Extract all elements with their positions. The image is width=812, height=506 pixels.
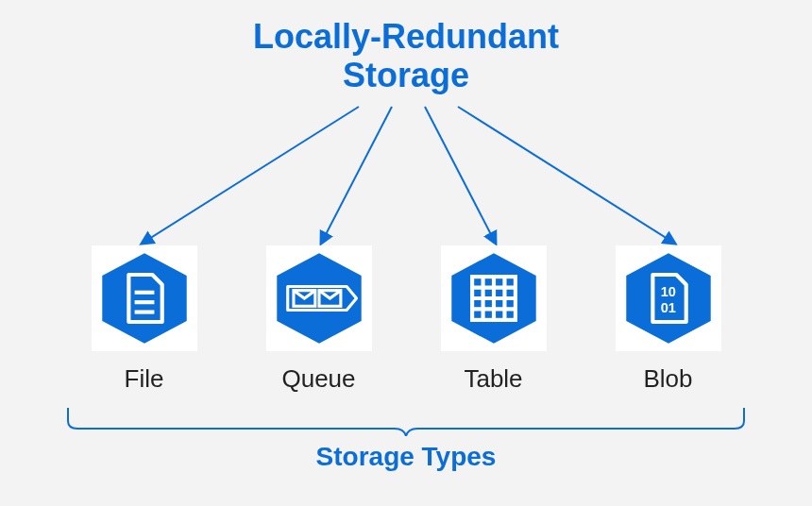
item-queue: Queue [266, 245, 372, 394]
svg-marker-0 [102, 253, 186, 344]
storage-types-row: File Queue [0, 245, 812, 394]
item-blob: 10 01 Blob [616, 245, 721, 394]
table-tile [441, 245, 547, 351]
file-label: File [125, 364, 164, 394]
svg-text:10: 10 [660, 284, 675, 299]
arrow-table [425, 107, 496, 244]
table-hexagon-icon [445, 249, 543, 347]
arrows-group [0, 102, 812, 253]
queue-label: Queue [281, 364, 355, 394]
blob-hexagon-icon: 10 01 [619, 249, 718, 347]
file-tile [92, 245, 197, 351]
file-hexagon-icon [95, 249, 194, 347]
arrow-blob [458, 107, 675, 244]
queue-tile [266, 245, 372, 351]
grouping-bracket [66, 408, 746, 436]
blob-label: Blob [643, 364, 692, 394]
title-line-2: Storage [343, 56, 469, 94]
footer-label: Storage Types [0, 442, 812, 472]
diagram-title: Locally-Redundant Storage [0, 17, 812, 95]
queue-hexagon-icon [270, 249, 368, 347]
blob-tile: 10 01 [616, 245, 721, 351]
title-line-1: Locally-Redundant [253, 17, 559, 56]
item-table: Table [441, 245, 547, 394]
arrow-file [142, 107, 359, 244]
svg-text:01: 01 [660, 300, 675, 315]
table-label: Table [464, 364, 522, 394]
item-file: File [92, 245, 197, 394]
arrow-queue [321, 107, 392, 244]
